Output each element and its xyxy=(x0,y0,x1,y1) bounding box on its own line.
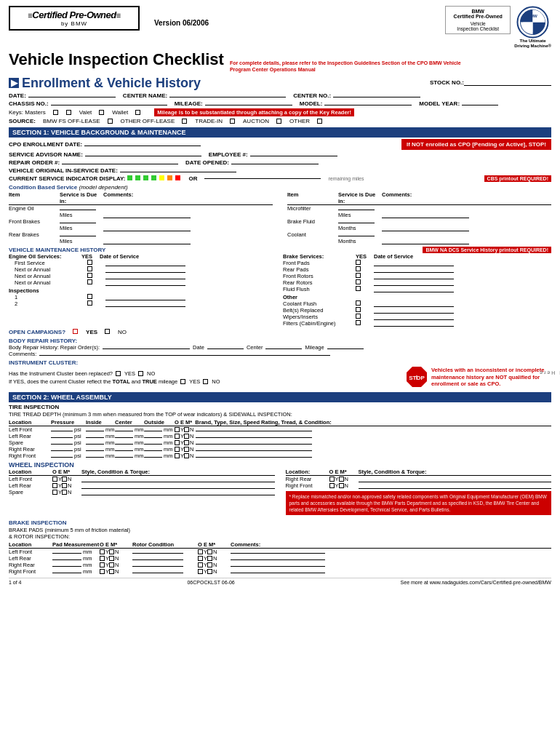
chassis-input[interactable] xyxy=(51,105,167,105)
csi-sq1 xyxy=(127,175,132,180)
cpo-enrollment-input[interactable] xyxy=(84,146,201,146)
tire-desc: TIRE TREAD DEPTH (minimum 3 mm when meas… xyxy=(9,411,551,418)
source-cb4[interactable] xyxy=(276,119,281,124)
date-input[interactable] xyxy=(28,97,116,97)
cbs-row-1: Engine Oil Miles xyxy=(9,205,273,218)
tire-row-sp-in: mm xyxy=(86,439,115,446)
campaigns-no: NO xyxy=(118,329,127,335)
ic-no-cb[interactable] xyxy=(138,371,143,376)
campaigns-yes-cb[interactable] xyxy=(73,329,78,334)
employee-input[interactable] xyxy=(250,156,337,156)
eo-cb1[interactable] xyxy=(87,260,92,265)
eo-date2[interactable] xyxy=(105,266,185,273)
repair-order-row: REPAIR ORDER #: DATE OPENED: xyxy=(9,159,551,166)
tire-row-rf-oem: YN xyxy=(175,453,551,459)
br-date3[interactable] xyxy=(374,273,454,279)
model-year-input[interactable] xyxy=(462,105,498,105)
stock-no-field[interactable] xyxy=(464,79,551,86)
brake-rr-rotor xyxy=(132,562,198,568)
ot-cb4[interactable] xyxy=(356,320,361,325)
brake-rf-oem: YN xyxy=(100,568,132,575)
vmh-front-pads: Front Pads xyxy=(283,260,551,266)
ot-date3[interactable] xyxy=(374,314,454,320)
vmh-front-rotors: Front Rotors xyxy=(283,273,551,279)
ot-date4[interactable] xyxy=(374,320,454,327)
br-cb3[interactable] xyxy=(356,273,361,278)
center-no-input[interactable] xyxy=(333,97,420,97)
ot-date2[interactable] xyxy=(374,307,454,314)
vmh-inspections-label: Inspections xyxy=(9,287,277,294)
tire-row-lr-psi: psi xyxy=(51,433,86,439)
ic2-no-cb[interactable] xyxy=(203,379,208,384)
service-advisor-input[interactable] xyxy=(85,156,201,156)
wallet-checkbox[interactable] xyxy=(135,110,140,115)
ot-date1[interactable] xyxy=(374,300,454,307)
brake-lf-oem: YN xyxy=(100,549,132,555)
campaigns-yes: YES xyxy=(86,329,97,335)
body-repair-mileage-input[interactable] xyxy=(327,348,364,349)
body-repair-center-input[interactable] xyxy=(265,348,302,349)
ins-date2[interactable] xyxy=(105,300,185,307)
source-cb3[interactable] xyxy=(230,119,235,124)
eo-cb4[interactable] xyxy=(87,279,92,284)
brake-lf-comments xyxy=(231,549,551,555)
source-cb1[interactable] xyxy=(108,119,113,124)
tire-row-rr-in: mm xyxy=(86,446,115,453)
ic-yes-cb[interactable] xyxy=(116,371,121,376)
masters-checkbox[interactable] xyxy=(53,110,58,115)
ot-cb3[interactable] xyxy=(356,314,361,319)
ins-cb2[interactable] xyxy=(87,300,92,306)
tire-row-rr-loc: Right Rear xyxy=(9,446,51,453)
eo-date1[interactable] xyxy=(105,260,185,266)
source-cb5[interactable] xyxy=(317,119,322,124)
br-date4[interactable] xyxy=(374,279,454,286)
body-repair-orders-input[interactable] xyxy=(103,348,190,349)
eo-cb3[interactable] xyxy=(87,273,92,278)
tire-row-sp-ctr: mm xyxy=(115,439,144,446)
vmh-rear-pads: Rear Pads xyxy=(283,266,551,273)
br-date1[interactable] xyxy=(374,260,454,266)
br-cb1[interactable] xyxy=(356,260,361,265)
valet-checkbox[interactable] xyxy=(99,110,104,115)
cpo-enrollment-row: CPO ENROLLMENT DATE: If NOT enrolled as … xyxy=(9,139,551,150)
cpo-stop-notice: If NOT enrolled as CPO [Pending or Activ… xyxy=(401,139,551,150)
keys-row: Keys: Masters Valet Wallet Mileage is to… xyxy=(9,108,551,116)
logo-sub: by BMW xyxy=(61,20,87,27)
eo-cb2[interactable] xyxy=(87,266,92,271)
brake-col-loc: Location xyxy=(9,541,52,549)
doc-code: 06CPOCKLST 06-06 xyxy=(187,580,234,585)
br-date2[interactable] xyxy=(374,266,454,273)
date-opened-input[interactable] xyxy=(231,164,319,164)
eo-date4[interactable] xyxy=(105,279,185,286)
in-service-input[interactable] xyxy=(120,172,236,172)
brake-lr-loc: Left Rear xyxy=(9,555,52,562)
open-campaigns-label: OPEN CAMPAIGNS? xyxy=(9,329,65,335)
tire-col-inside: Inside xyxy=(86,419,115,426)
ot-cb1[interactable] xyxy=(356,300,361,306)
br-cb4[interactable] xyxy=(356,279,361,284)
br-cb2[interactable] xyxy=(356,266,361,271)
ic2-yes-cb[interactable] xyxy=(180,379,185,384)
source-cb2[interactable] xyxy=(182,119,187,124)
repair-order-input[interactable] xyxy=(62,164,178,164)
campaigns-no-cb[interactable] xyxy=(105,329,110,334)
ins-cb1[interactable] xyxy=(87,294,92,299)
page-title: Vehicle Inspection Checklist xyxy=(9,50,224,69)
in-service-field: VEHICLE ORIGINAL IN-SERVICE DATE: xyxy=(9,167,236,174)
masters-checkbox2[interactable] xyxy=(66,110,71,115)
model-input[interactable] xyxy=(324,105,412,105)
csi-or-input[interactable] xyxy=(204,178,321,179)
body-repair-date-input[interactable] xyxy=(207,348,244,349)
tire-row-lr-out: mm xyxy=(144,433,175,439)
exclaim-icon: ! xyxy=(416,374,418,381)
br-date5[interactable] xyxy=(374,286,454,292)
wheel-right-header: Location: O E M* Style, Condition & Torq… xyxy=(286,469,552,476)
vmh-section: VEHICLE MAINTENANCE HISTORY BMW NA DCS S… xyxy=(9,247,551,327)
eo-date3[interactable] xyxy=(105,273,185,279)
mileage-input[interactable] xyxy=(205,105,292,105)
center-name-input[interactable] xyxy=(169,97,286,97)
ins-date1[interactable] xyxy=(105,294,185,300)
ot-cb2[interactable] xyxy=(356,307,361,312)
br-cb5[interactable] xyxy=(356,286,361,291)
body-repair-comments-input[interactable] xyxy=(39,355,330,356)
